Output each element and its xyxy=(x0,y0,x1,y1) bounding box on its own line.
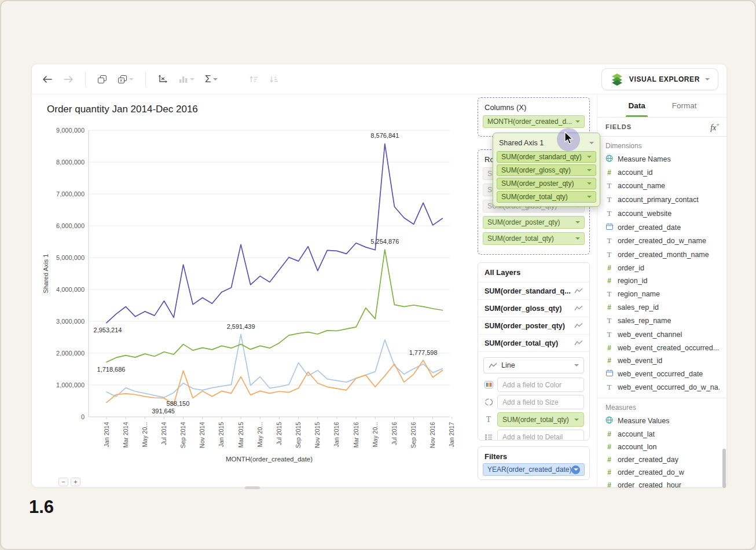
zoom-controls: − + xyxy=(58,478,80,486)
field-item-account-lon[interactable]: #account_lon xyxy=(597,441,728,453)
detail-field-dropzone[interactable]: Add a field to Detail xyxy=(497,430,584,441)
aggregate-button[interactable]: Σ xyxy=(203,71,220,87)
field-item-web-event-occurred-date[interactable]: web_event_occurred_date xyxy=(597,367,728,380)
sort-ascending-button[interactable] xyxy=(247,73,261,86)
dimensions-list: Measure Names#account_idTaccount_nameTac… xyxy=(597,152,728,394)
chart-type-button[interactable] xyxy=(177,72,197,86)
field-item-sales-rep-id[interactable]: #sales_rep_id xyxy=(597,301,728,314)
number-field-icon: # xyxy=(605,481,613,488)
text-field-icon: T xyxy=(605,316,613,325)
rows-pill[interactable]: SUM(order_poster_qty) xyxy=(483,216,585,229)
field-item-web-event-created-occurred-[interactable]: #web_event_created_occurred... xyxy=(597,342,728,354)
layer-label: SUM(order_total_qty) xyxy=(485,339,558,347)
field-name: region_name xyxy=(618,290,660,298)
visual-explorer-button[interactable]: VISUAL EXPLORER xyxy=(601,68,718,90)
y-tick-label: 3,000,000 xyxy=(56,318,85,325)
field-item-order-created-date[interactable]: order_created_date xyxy=(597,221,728,234)
size-field-dropzone[interactable]: Add a field to Size xyxy=(497,395,584,409)
zoom-out-button[interactable]: − xyxy=(58,478,68,486)
x-tick-label: Mar 2014 xyxy=(122,422,129,448)
color-field-dropzone[interactable]: Add a field to Color xyxy=(497,377,584,392)
y-axis-title: Shared Axis 1 xyxy=(42,254,49,294)
layer-label: SUM(order_poster_qty) xyxy=(485,322,565,330)
add-calculated-field-button[interactable]: fx+ xyxy=(710,122,720,133)
remove-sheet-button[interactable] xyxy=(115,72,136,86)
shared-axis-pill[interactable]: SUM(order_total_qty) xyxy=(497,191,596,203)
layer-row[interactable]: SUM(order_standard_q... xyxy=(478,283,589,300)
layer-row[interactable]: SUM(order_poster_qty) xyxy=(478,317,589,335)
field-item-account-primary-contact[interactable]: Taccount_primary_contact xyxy=(597,193,728,207)
field-item-order-created-do-w-name[interactable]: Torder_created_do_w_name xyxy=(597,234,728,248)
field-item-measure-values[interactable]: Measure Values xyxy=(597,414,728,428)
field-item-account-name[interactable]: Taccount_name xyxy=(597,179,728,193)
field-name: account_name xyxy=(618,182,665,190)
field-item-order-id[interactable]: #order_id xyxy=(597,262,728,274)
field-item-order-created-month-name[interactable]: Torder_created_month_name xyxy=(597,248,728,262)
line-mark-icon xyxy=(489,362,497,369)
x-axis-title: MONTH(order_created_date) xyxy=(226,456,313,463)
field-item-region-id[interactable]: #region_id xyxy=(597,274,728,287)
field-item-web-event-channel[interactable]: Tweb_event_channel xyxy=(597,328,728,342)
field-item-order-created-do-w[interactable]: #order_created_do_w xyxy=(597,466,728,479)
text-field-icon: T xyxy=(605,209,613,218)
chevron-down-icon xyxy=(587,156,592,158)
zoom-in-button[interactable]: + xyxy=(71,478,80,486)
field-name: region_id xyxy=(618,277,647,285)
text-encoding-pill[interactable]: SUM(order_total_qty) xyxy=(497,412,584,427)
field-item-web-event-id[interactable]: #web_event_id xyxy=(597,354,728,367)
number-field-icon: # xyxy=(605,303,613,311)
number-field-icon: # xyxy=(605,443,613,451)
field-item-region-name[interactable]: Tregion_name xyxy=(597,287,728,301)
field-item-account-website[interactable]: Taccount_website xyxy=(597,207,728,221)
columns-pill-month-order-created-date[interactable]: MONTH(order_created_d... xyxy=(483,115,585,128)
text-field-icon: T xyxy=(605,289,613,299)
swap-axes-button[interactable] xyxy=(155,72,171,86)
layers-panel: All Layers SUM(order_standard_q...SUM(or… xyxy=(478,262,590,441)
x-tick-label: Jan 2014 xyxy=(103,422,110,447)
field-item-order-created-hour[interactable]: #order_created_hour xyxy=(597,479,728,488)
filter-dropdown-circle[interactable] xyxy=(571,465,580,474)
line-mark-icon xyxy=(574,305,583,311)
chart-horizontal-scrollbar[interactable] xyxy=(245,486,260,489)
filter-pill-year-order-created-date[interactable]: YEAR(order_created_date) xyxy=(483,463,585,476)
y-tick-label: 0 xyxy=(81,413,85,420)
date-field-icon xyxy=(605,223,613,232)
tab-data[interactable]: Data xyxy=(628,94,645,117)
shared-axis-popup-header[interactable]: Shared Axis 1 xyxy=(497,137,596,149)
chart-title: Order quantity Jan 2014-Dec 2016 xyxy=(47,104,198,115)
field-item-account-lat[interactable]: #account_lat xyxy=(597,428,728,441)
duplicate-icon xyxy=(97,75,107,84)
detail-encoding-icon xyxy=(483,434,494,441)
field-item-account-id[interactable]: #account_id xyxy=(597,166,728,179)
x-tick-label: May 20... xyxy=(141,422,148,447)
chevron-down-icon xyxy=(575,237,580,240)
field-item-measure-names[interactable]: Measure Names xyxy=(597,152,728,166)
shared-axis-pill[interactable]: SUM(order_poster_qty) xyxy=(497,178,596,189)
x-tick-label: Sep 2014 xyxy=(179,422,186,448)
field-name: web_event_id xyxy=(618,357,662,365)
rows-pill[interactable]: SUM(order_total_qty) xyxy=(483,232,585,245)
number-field-icon: # xyxy=(605,357,613,365)
field-name: sales_rep_id xyxy=(618,303,659,311)
fields-vertical-scrollbar[interactable] xyxy=(722,449,726,488)
pill-label: SUM(order_standard_qty) xyxy=(501,153,582,161)
duplicate-button[interactable] xyxy=(95,72,109,86)
filters-panel: Filters YEAR(order_created_date) xyxy=(478,446,590,480)
shared-axis-pill[interactable]: SUM(order_gloss_qty) xyxy=(497,164,596,176)
mark-type-select[interactable]: Line xyxy=(483,357,584,373)
filters-panel-title: Filters xyxy=(478,447,589,463)
layer-row[interactable]: SUM(order_gloss_qty) xyxy=(478,300,589,317)
field-item-web-event-occurred-do-w-na-[interactable]: Tweb_event_occurred_do_w_na... xyxy=(597,380,728,394)
sort-descending-button[interactable] xyxy=(267,73,281,86)
tab-format[interactable]: Format xyxy=(672,94,697,117)
layer-row[interactable]: SUM(order_total_qty) xyxy=(478,335,589,352)
fields-header: FIELDS fx+ xyxy=(597,118,728,137)
chevron-down-icon xyxy=(589,142,594,144)
field-item-sales-rep-name[interactable]: Tsales_rep_name xyxy=(597,314,728,328)
shared-axis-pill[interactable]: SUM(order_standard_qty) xyxy=(497,151,596,163)
field-item-order-created-day[interactable]: #order_created_day xyxy=(597,453,728,466)
field-name: web_event_channel xyxy=(618,331,682,339)
back-button[interactable] xyxy=(40,73,55,86)
chevron-down-icon xyxy=(575,120,580,123)
forward-button[interactable] xyxy=(61,73,76,86)
